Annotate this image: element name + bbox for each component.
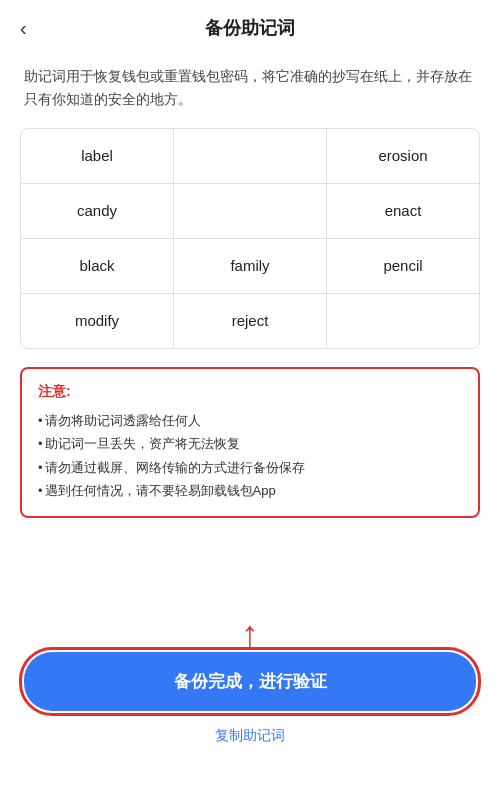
- word-cell-5: [174, 184, 327, 238]
- word-cell-6: enact: [327, 184, 479, 238]
- page-title: 备份助记词: [205, 16, 295, 40]
- word-cell-7: black: [21, 239, 174, 293]
- arrow-indicator: ↑: [241, 613, 259, 655]
- back-button[interactable]: ‹: [20, 17, 27, 40]
- description-text: 助记词用于恢复钱包或重置钱包密码，将它准确的抄写在纸上，并存放在只有你知道的安全…: [0, 56, 500, 128]
- header: ‹ 备份助记词: [0, 0, 500, 56]
- word-cell-2: [174, 129, 327, 183]
- warning-item-4: 遇到任何情况，请不要轻易卸载钱包App: [38, 479, 462, 502]
- word-cell-11: reject: [174, 294, 327, 348]
- bottom-section: 备份完成，进行验证 复制助记词: [0, 652, 500, 745]
- mnemonic-row-2: candy enact: [21, 184, 479, 239]
- warning-item-1: 请勿将助记词透露给任何人: [38, 409, 462, 432]
- verify-button[interactable]: 备份完成，进行验证: [24, 652, 476, 711]
- word-cell-8: family: [174, 239, 327, 293]
- copy-mnemonic-link[interactable]: 复制助记词: [215, 727, 285, 745]
- word-cell-9: pencil: [327, 239, 479, 293]
- warning-title: 注意:: [38, 383, 462, 401]
- word-cell-10: modify: [21, 294, 174, 348]
- word-cell-3: erosion: [327, 129, 479, 183]
- word-cell-12: [327, 294, 479, 348]
- word-cell-4: candy: [21, 184, 174, 238]
- warning-box: 注意: 请勿将助记词透露给任何人 助记词一旦丢失，资产将无法恢复 请勿通过截屏、…: [20, 367, 480, 519]
- mnemonic-row-1: label erosion: [21, 129, 479, 184]
- mnemonic-grid: label erosion candy enact black family p…: [20, 128, 480, 349]
- mnemonic-row-4: modify reject: [21, 294, 479, 348]
- warning-item-2: 助记词一旦丢失，资产将无法恢复: [38, 432, 462, 455]
- word-cell-1: label: [21, 129, 174, 183]
- mnemonic-row-3: black family pencil: [21, 239, 479, 294]
- warning-item-3: 请勿通过截屏、网络传输的方式进行备份保存: [38, 456, 462, 479]
